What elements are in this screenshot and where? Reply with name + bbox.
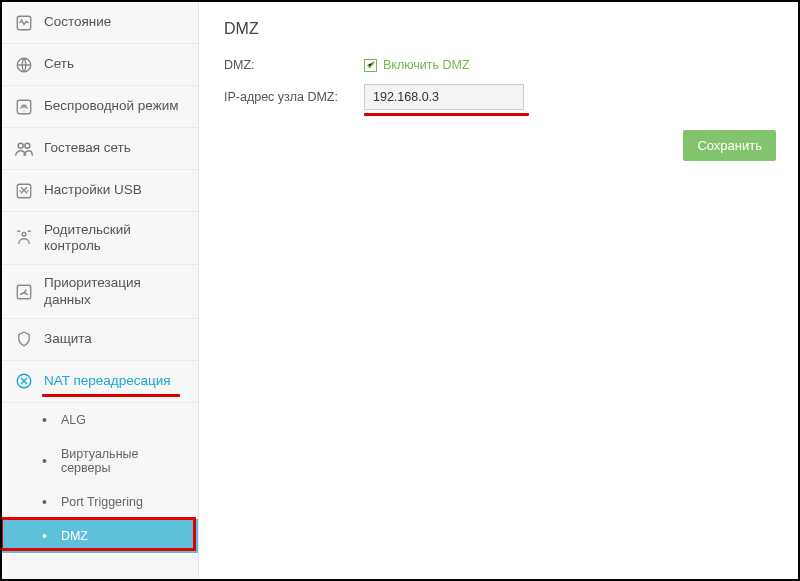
submenu-item-port-triggering[interactable]: Port Triggering: [2, 485, 198, 519]
submenu-item-alg[interactable]: ALG: [2, 403, 198, 437]
svg-point-7: [22, 233, 26, 237]
sidebar-item-label: Гостевая сеть: [44, 140, 131, 156]
usb-icon: [14, 181, 34, 201]
activity-icon: [14, 13, 34, 33]
shield-icon: [14, 228, 34, 248]
save-button[interactable]: Сохранить: [683, 130, 776, 161]
svg-point-4: [18, 143, 23, 148]
checkbox-icon: [364, 59, 377, 72]
row-dmz-ip: IP-адрес узла DMZ:: [224, 84, 773, 110]
submenu-item-virtual-servers[interactable]: Виртуальные серверы: [2, 437, 198, 485]
sidebar-item-label: Приоритезация данных: [44, 275, 188, 307]
main-menu: Состояние Сеть Беспроводной режим Гостев…: [2, 2, 198, 403]
sidebar-item-label: Состояние: [44, 14, 111, 30]
ip-label: IP-адрес узла DMZ:: [224, 90, 364, 104]
sidebar-item-label: NAT переадресация: [44, 373, 171, 389]
lock-icon: [14, 329, 34, 349]
globe-icon: [14, 55, 34, 75]
sidebar-item-label: Родительский контроль: [44, 222, 188, 254]
sidebar-item-label: Защита: [44, 331, 92, 347]
sidebar-item-label: Беспроводной режим: [44, 98, 179, 114]
sidebar-item-label: Настройки USB: [44, 182, 142, 198]
dmz-label: DMZ:: [224, 58, 364, 72]
sidebar-item-label: Сеть: [44, 56, 74, 72]
submenu-item-label: DMZ: [61, 529, 88, 543]
content-area: DMZ DMZ: Включить DMZ IP-адрес узла DMZ:…: [199, 2, 798, 579]
submenu-item-label: ALG: [61, 413, 86, 427]
submenu-item-label: Port Triggering: [61, 495, 143, 509]
page-title: DMZ: [224, 20, 773, 38]
submenu-item-dmz[interactable]: DMZ: [2, 519, 198, 553]
svg-point-5: [25, 143, 30, 148]
enable-dmz-checkbox[interactable]: Включить DMZ: [364, 58, 470, 72]
nat-submenu: ALG Виртуальные серверы Port Triggering …: [2, 403, 198, 553]
highlight-underline: [42, 394, 180, 397]
sidebar-item-wireless[interactable]: Беспроводной режим: [2, 86, 198, 128]
sidebar-item-network[interactable]: Сеть: [2, 44, 198, 86]
ip-input-wrap: [364, 84, 524, 110]
enable-dmz-label: Включить DMZ: [383, 58, 470, 72]
users-icon: [14, 139, 34, 159]
row-dmz-enable: DMZ: Включить DMZ: [224, 58, 773, 72]
highlight-underline: [364, 113, 529, 117]
highlight-box: [2, 517, 196, 551]
sidebar-item-status[interactable]: Состояние: [2, 2, 198, 44]
sidebar-item-nat[interactable]: NAT переадресация: [2, 361, 198, 403]
sidebar: Состояние Сеть Беспроводной режим Гостев…: [2, 2, 199, 579]
gauge-icon: [14, 282, 34, 302]
dmz-ip-input[interactable]: [364, 84, 524, 110]
sidebar-item-parental[interactable]: Родительский контроль: [2, 212, 198, 265]
sidebar-item-guest[interactable]: Гостевая сеть: [2, 128, 198, 170]
nat-icon: [14, 371, 34, 391]
wifi-icon: [14, 97, 34, 117]
sidebar-item-qos[interactable]: Приоритезация данных: [2, 265, 198, 318]
sidebar-item-security[interactable]: Защита: [2, 319, 198, 361]
submenu-item-label: Виртуальные серверы: [61, 447, 188, 475]
svg-point-3: [23, 110, 24, 111]
sidebar-item-usb[interactable]: Настройки USB: [2, 170, 198, 212]
